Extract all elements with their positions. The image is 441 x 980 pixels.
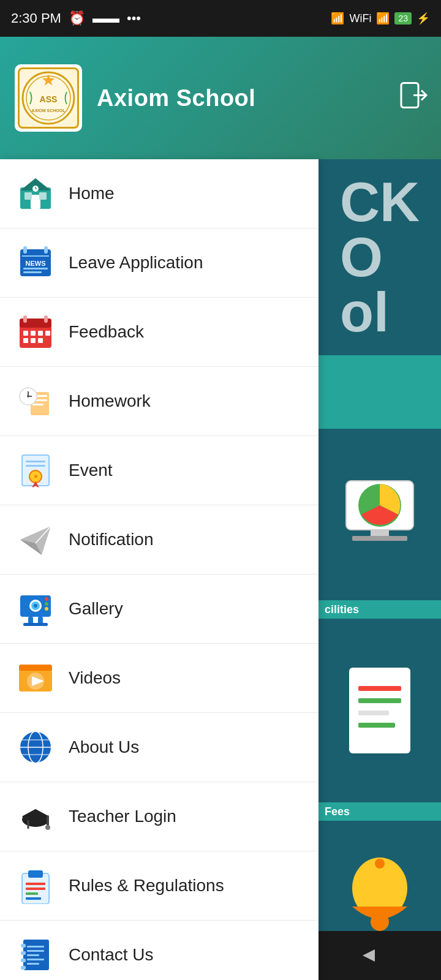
menu-label-rules-regulations: Rules & Regulations bbox=[69, 876, 224, 895]
wifi-icon: WiFi bbox=[349, 12, 371, 25]
svg-rect-15 bbox=[358, 723, 395, 728]
svg-rect-100 bbox=[27, 946, 44, 948]
svg-rect-104 bbox=[27, 963, 39, 965]
videos-icon bbox=[15, 657, 56, 699]
menu-item-home[interactable]: Home bbox=[0, 159, 318, 228]
menu-item-notification[interactable]: Notification bbox=[0, 505, 318, 575]
svg-rect-90 bbox=[28, 870, 43, 878]
svg-rect-40 bbox=[38, 331, 43, 336]
svg-rect-14 bbox=[358, 710, 389, 715]
logo-badge: ASS AXIOM SCHOOL bbox=[18, 67, 79, 129]
svg-rect-103 bbox=[27, 959, 44, 960]
svg-rect-101 bbox=[27, 950, 44, 952]
svg-rect-28 bbox=[23, 246, 27, 254]
app-title: Axiom School bbox=[97, 85, 255, 111]
svg-rect-94 bbox=[26, 897, 41, 900]
svg-rect-92 bbox=[26, 888, 45, 890]
svg-rect-55 bbox=[26, 465, 45, 467]
about-us-icon bbox=[15, 726, 56, 768]
svg-rect-37 bbox=[44, 315, 48, 323]
svg-rect-13 bbox=[358, 698, 401, 703]
homework-icon bbox=[15, 380, 56, 422]
svg-rect-93 bbox=[26, 892, 38, 895]
menu-item-feedback[interactable]: Feedback bbox=[0, 298, 318, 367]
menu-item-teacher-login[interactable]: Teacher Login bbox=[0, 782, 318, 851]
svg-rect-44 bbox=[38, 338, 43, 343]
menu-label-notification: Notification bbox=[69, 530, 154, 549]
signal2-icon: 📶 bbox=[376, 12, 390, 25]
status-bar-right: 📶 WiFi 📶 23 ⚡ bbox=[331, 12, 430, 25]
menu-label-videos: Videos bbox=[69, 668, 121, 688]
svg-point-72 bbox=[45, 607, 48, 611]
alarm-icon: ⏰ bbox=[69, 10, 85, 26]
svg-rect-9 bbox=[371, 530, 389, 536]
menu-item-gallery[interactable]: Gallery bbox=[0, 575, 318, 644]
status-bar-left: 2:30 PM ⏰ ▬▬ ••• bbox=[11, 10, 141, 26]
svg-rect-22 bbox=[24, 192, 32, 200]
svg-rect-39 bbox=[31, 331, 36, 336]
svg-rect-91 bbox=[26, 883, 45, 885]
svg-rect-33 bbox=[23, 271, 42, 273]
svg-marker-60 bbox=[20, 526, 51, 555]
svg-rect-102 bbox=[27, 954, 39, 956]
status-bar: 2:30 PM ⏰ ▬▬ ••• 📶 WiFi 📶 23 ⚡ bbox=[0, 0, 441, 37]
svg-rect-38 bbox=[23, 331, 28, 336]
gallery-icon bbox=[15, 588, 56, 630]
app-header: ASS AXIOM SCHOOL Axiom School bbox=[0, 37, 441, 159]
svg-rect-43 bbox=[31, 338, 36, 343]
svg-text:ASS: ASS bbox=[40, 94, 58, 104]
svg-text:★: ★ bbox=[33, 473, 39, 480]
svg-rect-69 bbox=[23, 623, 48, 626]
menu-item-contact-us[interactable]: Contact Us bbox=[0, 921, 318, 980]
svg-rect-54 bbox=[26, 461, 45, 462]
svg-rect-98 bbox=[21, 959, 26, 962]
svg-rect-96 bbox=[21, 944, 26, 948]
svg-rect-21 bbox=[31, 195, 40, 209]
menu-item-homework[interactable]: Homework bbox=[0, 367, 318, 436]
menu-label-home: Home bbox=[69, 184, 115, 203]
svg-rect-86 bbox=[47, 815, 49, 826]
menu-label-leave-application: Leave Application bbox=[69, 253, 203, 273]
home-icon bbox=[15, 173, 56, 214]
right-panels: CKOol cilities bbox=[318, 159, 441, 980]
svg-point-18 bbox=[375, 859, 385, 869]
svg-point-71 bbox=[45, 602, 48, 606]
menu-label-homework: Homework bbox=[69, 391, 151, 411]
menu-label-gallery: Gallery bbox=[69, 599, 123, 619]
menu-item-event[interactable]: ★ Event bbox=[0, 436, 318, 505]
svg-text:AXIOM SCHOOL: AXIOM SCHOOL bbox=[32, 108, 66, 113]
menu-label-about-us: About Us bbox=[69, 737, 139, 757]
sidebar-menu: Home NEWS Leave Application bbox=[0, 159, 318, 980]
menu-item-leave-application[interactable]: NEWS Leave Application bbox=[0, 228, 318, 298]
svg-rect-41 bbox=[45, 331, 50, 336]
leave-application-icon: NEWS bbox=[15, 242, 56, 284]
contact-us-icon bbox=[15, 934, 56, 976]
svg-text:NEWS: NEWS bbox=[26, 260, 46, 267]
menu-item-rules-regulations[interactable]: Rules & Regulations bbox=[0, 851, 318, 921]
svg-rect-29 bbox=[44, 246, 48, 254]
svg-rect-23 bbox=[39, 192, 47, 200]
svg-rect-32 bbox=[23, 268, 48, 270]
menu-item-about-us[interactable]: About Us bbox=[0, 713, 318, 782]
menu-item-videos[interactable]: Videos bbox=[0, 644, 318, 713]
app-logo: ASS AXIOM SCHOOL bbox=[15, 64, 82, 132]
svg-rect-10 bbox=[352, 536, 407, 541]
time: 2:30 PM bbox=[11, 10, 61, 26]
event-icon: ★ bbox=[15, 450, 56, 491]
svg-rect-48 bbox=[32, 404, 43, 405]
svg-rect-30 bbox=[22, 255, 49, 257]
notification-icon bbox=[15, 519, 56, 560]
battery-indicator: 23 bbox=[394, 12, 412, 24]
teacher-login-icon bbox=[15, 796, 56, 837]
svg-rect-74 bbox=[19, 665, 52, 671]
svg-rect-42 bbox=[23, 338, 28, 343]
menu-label-feedback: Feedback bbox=[69, 322, 144, 342]
nav-back-button[interactable] bbox=[349, 937, 386, 974]
logout-button[interactable] bbox=[398, 80, 429, 116]
message-icon: ▬▬ bbox=[92, 10, 119, 26]
svg-marker-118 bbox=[363, 949, 375, 962]
svg-point-66 bbox=[34, 604, 37, 608]
svg-rect-97 bbox=[21, 951, 26, 955]
menu-label-teacher-login: Teacher Login bbox=[69, 807, 176, 826]
svg-rect-99 bbox=[21, 966, 26, 970]
